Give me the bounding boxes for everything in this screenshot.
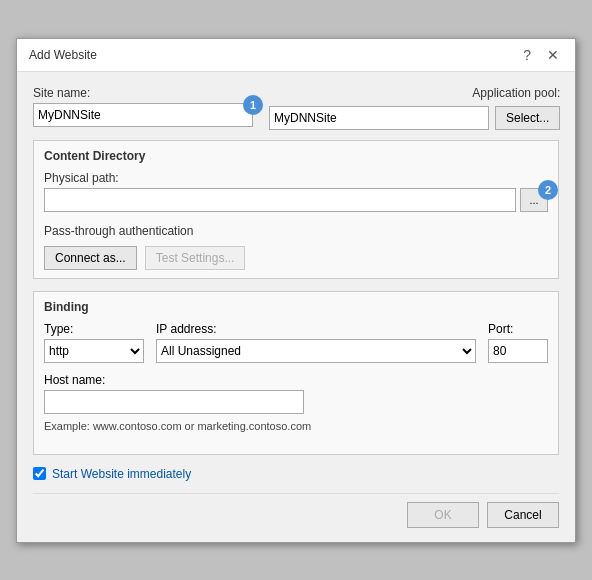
site-name-label: Site name: [33,86,253,100]
physical-path-group: Physical path: ... 2 [44,171,548,216]
hostname-label: Host name: [44,373,548,387]
app-pool-input-row: Select... [269,106,560,130]
auth-buttons: Connect as... Test Settings... [44,246,548,270]
bottom-area: Start Website immediately OK Cancel [33,467,559,528]
ip-group: IP address: All Unassigned [156,322,476,363]
app-pool-group: Application pool: Select... [269,86,560,130]
connect-as-button[interactable]: Connect as... [44,246,137,270]
start-website-row: Start Website immediately [33,467,559,481]
site-name-input[interactable] [33,103,253,127]
app-pool-input[interactable] [269,106,489,130]
binding-title: Binding [44,300,548,314]
ip-label: IP address: [156,322,476,336]
add-website-dialog: Add Website ? ✕ Site name: 1 Application… [16,38,576,543]
app-pool-label: Application pool: [472,86,560,100]
browse-badge: 2 [538,180,558,200]
port-label: Port: [488,322,548,336]
content-directory-section: Content Directory Physical path: ... 2 P… [33,140,559,279]
app-pool-label-group: Application pool: [472,86,560,100]
dialog-content: Site name: 1 Application pool: Select...… [17,72,575,542]
ip-select[interactable]: All Unassigned [156,339,476,363]
type-select[interactable]: http https [44,339,144,363]
port-group: Port: [488,322,548,363]
dialog-title: Add Website [29,48,97,62]
type-group: Type: http https [44,322,144,363]
pass-through-label: Pass-through authentication [44,224,548,238]
help-button[interactable]: ? [519,47,535,63]
test-settings-button[interactable]: Test Settings... [145,246,246,270]
close-button[interactable]: ✕ [543,47,563,63]
browse-btn-wrapper: ... 2 [520,188,548,212]
title-bar-buttons: ? ✕ [519,47,563,63]
port-input[interactable] [488,339,548,363]
physical-path-input[interactable] [44,188,516,212]
cancel-button[interactable]: Cancel [487,502,559,528]
physical-path-row: ... 2 [44,188,548,212]
title-bar: Add Website ? ✕ [17,39,575,72]
start-website-label: Start Website immediately [52,467,191,481]
hostname-input[interactable] [44,390,304,414]
type-label: Type: [44,322,144,336]
ok-button[interactable]: OK [407,502,479,528]
physical-path-label: Physical path: [44,171,548,185]
content-directory-title: Content Directory [44,149,548,163]
site-app-row: Site name: 1 Application pool: Select... [33,86,559,130]
site-name-input-wrapper: 1 [33,103,253,127]
site-name-badge: 1 [243,95,263,115]
site-name-group: Site name: 1 [33,86,253,127]
footer-buttons: OK Cancel [33,493,559,528]
start-website-checkbox[interactable] [33,467,46,480]
select-app-pool-button[interactable]: Select... [495,106,560,130]
example-text: Example: www.contoso.com or marketing.co… [44,420,548,432]
binding-row: Type: http https IP address: All Unassig… [44,322,548,363]
binding-section: Binding Type: http https IP address: All… [33,291,559,455]
hostname-group: Host name: [44,373,548,414]
